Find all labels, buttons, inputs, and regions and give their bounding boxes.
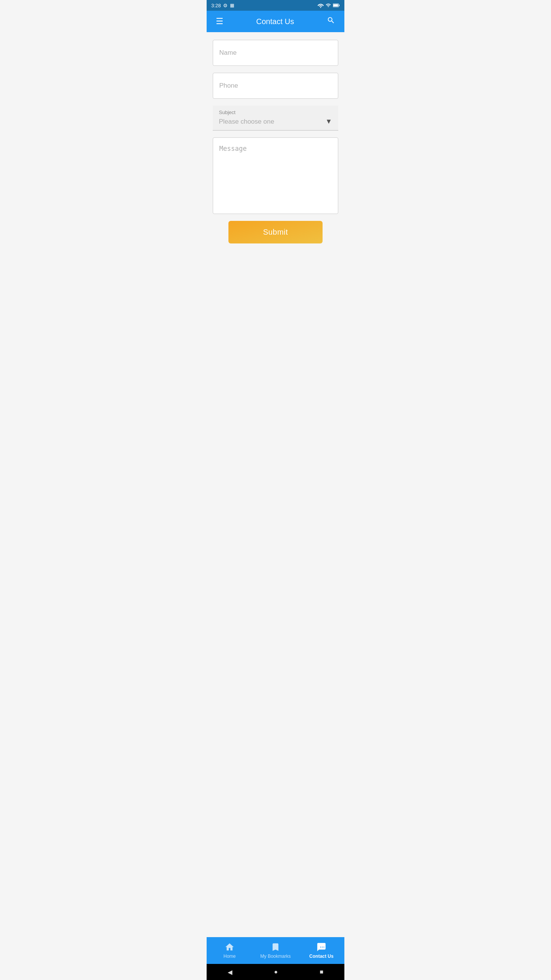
message-input[interactable] bbox=[213, 137, 338, 214]
subject-select-row[interactable]: Please choose one ▼ bbox=[219, 118, 332, 126]
screenshot-icon: ▦ bbox=[230, 3, 234, 8]
contact-icon bbox=[316, 942, 326, 952]
status-right bbox=[318, 3, 340, 8]
system-nav: ◀ ● ■ bbox=[207, 964, 344, 980]
recents-button[interactable]: ■ bbox=[320, 969, 324, 975]
subject-placeholder: Please choose one bbox=[219, 118, 274, 126]
bottom-nav: Home My Bookmarks Contact Us bbox=[207, 937, 344, 964]
subject-label: Subject bbox=[219, 109, 332, 115]
home-icon bbox=[225, 942, 235, 952]
app-bar: Contact Us bbox=[207, 11, 344, 32]
back-button[interactable]: ◀ bbox=[228, 969, 232, 976]
status-time: 3:28 bbox=[211, 3, 221, 8]
svg-rect-2 bbox=[333, 4, 338, 7]
gear-icon: ⚙ bbox=[223, 3, 228, 8]
phone-input[interactable] bbox=[213, 73, 338, 99]
nav-item-home[interactable]: Home bbox=[207, 939, 253, 962]
bookmark-icon bbox=[271, 942, 280, 952]
svg-rect-1 bbox=[339, 5, 340, 6]
chevron-down-icon: ▼ bbox=[325, 118, 332, 126]
subject-dropdown[interactable]: Subject Please choose one ▼ bbox=[213, 106, 338, 131]
home-button[interactable]: ● bbox=[274, 969, 278, 975]
menu-button[interactable] bbox=[213, 13, 227, 29]
nav-label-contact: Contact Us bbox=[309, 954, 333, 959]
battery-icon bbox=[333, 3, 340, 8]
app-bar-title: Contact Us bbox=[256, 17, 294, 26]
submit-button[interactable]: Submit bbox=[228, 221, 323, 243]
wifi-icon bbox=[318, 3, 324, 8]
nav-label-home: Home bbox=[223, 954, 236, 959]
nav-label-bookmarks: My Bookmarks bbox=[260, 954, 290, 959]
name-input[interactable] bbox=[213, 40, 338, 66]
nav-item-contact[interactable]: Contact Us bbox=[298, 939, 344, 962]
search-button[interactable] bbox=[324, 13, 338, 30]
signal-icon bbox=[326, 3, 331, 8]
nav-item-bookmarks[interactable]: My Bookmarks bbox=[253, 939, 298, 962]
status-left: 3:28 ⚙ ▦ bbox=[211, 3, 234, 8]
status-bar: 3:28 ⚙ ▦ bbox=[207, 0, 344, 11]
main-content: Subject Please choose one ▼ Submit bbox=[207, 32, 344, 937]
